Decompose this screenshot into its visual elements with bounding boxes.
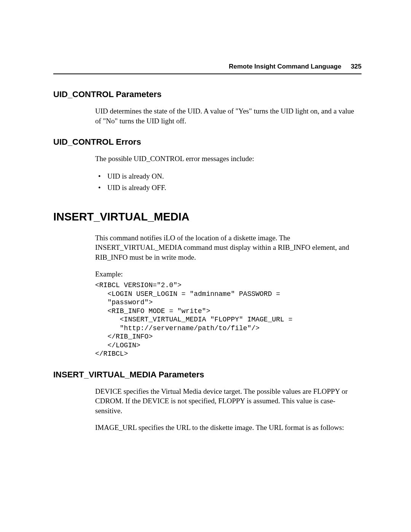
ivm-code-example: <RIBCL VERSION="2.0"> <LOGIN USER_LOGIN … <box>95 281 362 358</box>
page-container: Remote Insight Command Language 325 UID_… <box>0 0 411 477</box>
section-ivm-params-body: DEVICE specifies the Virtual Media devic… <box>95 387 362 433</box>
section-ivm-body: This command notifies iLO of the locatio… <box>95 233 362 358</box>
ivm-example-label: Example: <box>95 269 362 279</box>
ivm-params-device: DEVICE specifies the Virtual Media devic… <box>95 387 362 416</box>
uid-errors-intro: The possible UID_CONTROL error messages … <box>95 154 362 164</box>
list-item: UID is already OFF. <box>95 182 362 193</box>
ivm-params-image-url: IMAGE_URL specifies the URL to the diske… <box>95 423 362 433</box>
list-item: UID is already ON. <box>95 171 362 182</box>
heading-uid-control-parameters: UID_CONTROL Parameters <box>53 89 362 99</box>
page-number: 325 <box>351 63 362 70</box>
header-title: Remote Insight Command Language <box>229 63 341 70</box>
heading-ivm-parameters: INSERT_VIRTUAL_MEDIA Parameters <box>53 370 362 380</box>
uid-params-text: UID determines the state of the UID. A v… <box>95 106 362 126</box>
heading-uid-control-errors: UID_CONTROL Errors <box>53 137 362 147</box>
section-uid-params-body: UID determines the state of the UID. A v… <box>95 106 362 126</box>
heading-insert-virtual-media: INSERT_VIRTUAL_MEDIA <box>53 211 362 223</box>
ivm-description: This command notifies iLO of the locatio… <box>95 233 362 262</box>
running-header: Remote Insight Command Language 325 <box>53 63 362 74</box>
section-uid-errors-body: The possible UID_CONTROL error messages … <box>95 154 362 193</box>
uid-errors-list: UID is already ON. UID is already OFF. <box>95 171 362 194</box>
